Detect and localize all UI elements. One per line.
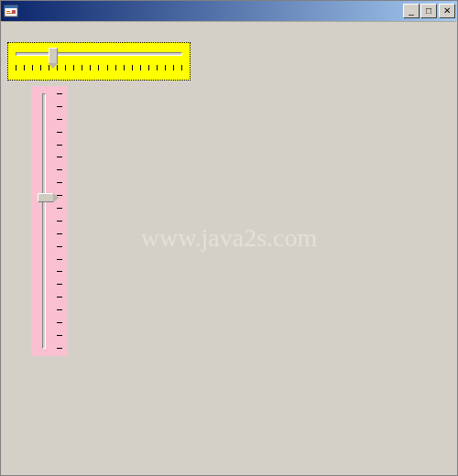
vertical-trackbar[interactable] — [31, 86, 68, 356]
tick — [57, 221, 62, 222]
client-area: www.java2s.com — [2, 21, 456, 474]
tick — [57, 259, 62, 260]
tick — [173, 65, 174, 70]
tick — [57, 322, 62, 323]
tick — [73, 65, 74, 70]
tick — [57, 233, 62, 234]
horizontal-trackbar-rail — [16, 52, 182, 56]
tick — [57, 145, 62, 146]
minimize-button[interactable]: _ — [403, 4, 420, 18]
tick — [148, 65, 149, 70]
tick — [57, 182, 62, 183]
tick — [57, 157, 62, 157]
caption-buttons: _ □ ✕ — [403, 4, 455, 18]
tick — [32, 65, 33, 70]
tick — [57, 271, 62, 272]
tick — [57, 169, 62, 170]
titlebar[interactable]: _ □ ✕ — [1, 1, 457, 21]
tick — [57, 348, 62, 349]
tick — [115, 65, 116, 70]
tick — [57, 93, 62, 94]
tick — [82, 65, 82, 70]
tick — [57, 106, 62, 107]
window-frame: _ □ ✕ www.java2s.com — [0, 0, 458, 476]
maximize-button[interactable]: □ — [420, 4, 437, 18]
tick — [57, 309, 62, 310]
tick — [98, 65, 99, 70]
svg-rect-1 — [5, 5, 17, 8]
tick — [57, 335, 62, 336]
svg-rect-2 — [6, 11, 10, 12]
tick — [90, 65, 91, 70]
tick — [57, 208, 62, 209]
tick — [16, 65, 16, 70]
horizontal-trackbar-thumb[interactable] — [49, 48, 58, 64]
watermark: www.java2s.com — [2, 223, 456, 253]
tick — [140, 65, 141, 70]
tick — [40, 65, 41, 70]
tick — [57, 119, 62, 120]
close-button[interactable]: ✕ — [439, 4, 455, 18]
tick — [181, 65, 182, 70]
svg-rect-4 — [12, 10, 16, 14]
horizontal-trackbar-ticks — [16, 65, 182, 72]
svg-rect-3 — [6, 13, 12, 14]
tick — [57, 284, 62, 285]
tick — [107, 65, 108, 70]
tick — [132, 65, 133, 70]
tick — [57, 297, 62, 298]
tick — [24, 65, 25, 70]
vertical-trackbar-thumb[interactable] — [38, 193, 54, 202]
vertical-trackbar-ticks — [57, 93, 62, 349]
tick — [57, 132, 62, 133]
system-icon[interactable] — [4, 4, 18, 18]
tick — [65, 65, 66, 70]
horizontal-trackbar[interactable] — [7, 42, 191, 81]
tick — [157, 65, 158, 70]
tick — [165, 65, 166, 70]
tick — [57, 246, 62, 247]
vertical-trackbar-rail — [42, 93, 46, 349]
tick — [124, 65, 125, 70]
